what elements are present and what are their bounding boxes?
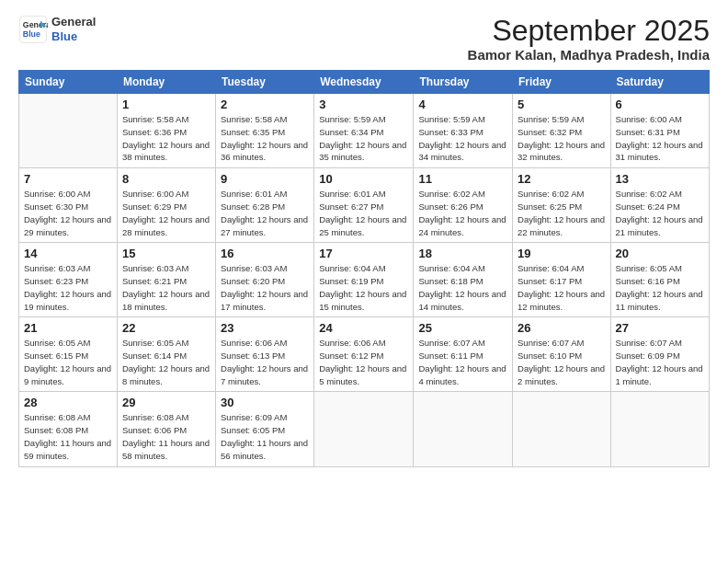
day-number: 14 — [24, 247, 112, 260]
title-block: September 2025 Bamor Kalan, Madhya Prade… — [468, 15, 710, 63]
calendar-day-cell — [610, 392, 709, 466]
day-number: 1 — [122, 98, 210, 111]
day-info: Sunrise: 6:08 AM Sunset: 6:08 PM Dayligh… — [24, 411, 112, 462]
day-number: 28 — [24, 396, 112, 409]
day-number: 19 — [518, 247, 606, 260]
calendar-day-cell: 5Sunrise: 5:59 AM Sunset: 6:32 PM Daylig… — [513, 94, 611, 168]
day-header-friday: Friday — [513, 71, 611, 94]
day-number: 15 — [122, 247, 210, 260]
day-number: 20 — [616, 247, 704, 260]
calendar-day-cell: 20Sunrise: 6:05 AM Sunset: 6:16 PM Dayli… — [610, 243, 709, 317]
calendar-day-cell: 2Sunrise: 5:58 AM Sunset: 6:35 PM Daylig… — [216, 94, 314, 168]
day-info: Sunrise: 6:07 AM Sunset: 6:11 PM Dayligh… — [418, 337, 507, 387]
day-info: Sunrise: 6:01 AM Sunset: 6:28 PM Dayligh… — [221, 188, 309, 238]
calendar-day-cell: 11Sunrise: 6:02 AM Sunset: 6:26 PM Dayli… — [414, 168, 513, 243]
day-info: Sunrise: 5:59 AM Sunset: 6:34 PM Dayligh… — [319, 113, 408, 164]
day-info: Sunrise: 6:09 AM Sunset: 6:05 PM Dayligh… — [221, 411, 309, 462]
day-info: Sunrise: 6:03 AM Sunset: 6:21 PM Dayligh… — [122, 262, 210, 313]
month-title: September 2025 — [468, 15, 710, 47]
day-number: 29 — [122, 396, 210, 409]
day-info: Sunrise: 6:06 AM Sunset: 6:13 PM Dayligh… — [221, 337, 309, 387]
calendar-week-row: 14Sunrise: 6:03 AM Sunset: 6:23 PM Dayli… — [19, 243, 710, 317]
day-info: Sunrise: 6:06 AM Sunset: 6:12 PM Dayligh… — [319, 337, 408, 387]
calendar-day-cell: 13Sunrise: 6:02 AM Sunset: 6:24 PM Dayli… — [610, 168, 709, 243]
calendar-day-cell — [414, 392, 513, 466]
day-header-thursday: Thursday — [414, 71, 513, 94]
day-number: 13 — [616, 172, 704, 186]
day-number: 12 — [518, 172, 606, 186]
day-info: Sunrise: 6:05 AM Sunset: 6:16 PM Dayligh… — [616, 262, 704, 313]
calendar-day-cell: 22Sunrise: 6:05 AM Sunset: 6:14 PM Dayli… — [117, 317, 215, 392]
day-info: Sunrise: 6:08 AM Sunset: 6:06 PM Dayligh… — [122, 411, 210, 462]
day-number: 18 — [418, 247, 507, 260]
calendar-day-cell: 9Sunrise: 6:01 AM Sunset: 6:28 PM Daylig… — [216, 168, 314, 243]
calendar-day-cell — [513, 392, 611, 466]
calendar-day-cell: 25Sunrise: 6:07 AM Sunset: 6:11 PM Dayli… — [414, 317, 513, 392]
header: General Blue General Blue September 2025… — [18, 15, 710, 63]
calendar-week-row: 21Sunrise: 6:05 AM Sunset: 6:15 PM Dayli… — [19, 317, 710, 392]
calendar-day-cell: 18Sunrise: 6:04 AM Sunset: 6:18 PM Dayli… — [414, 243, 513, 317]
day-info: Sunrise: 6:05 AM Sunset: 6:14 PM Dayligh… — [122, 337, 210, 387]
day-number: 9 — [221, 172, 309, 186]
logo-icon: General Blue — [18, 15, 48, 44]
calendar-day-cell — [19, 94, 118, 168]
day-info: Sunrise: 6:02 AM Sunset: 6:25 PM Dayligh… — [518, 188, 606, 238]
day-number: 16 — [221, 247, 309, 260]
day-info: Sunrise: 6:03 AM Sunset: 6:20 PM Dayligh… — [221, 262, 309, 313]
day-info: Sunrise: 5:59 AM Sunset: 6:33 PM Dayligh… — [418, 113, 507, 164]
calendar-day-cell: 15Sunrise: 6:03 AM Sunset: 6:21 PM Dayli… — [117, 243, 215, 317]
day-info: Sunrise: 6:00 AM Sunset: 6:30 PM Dayligh… — [24, 188, 112, 238]
day-number: 4 — [418, 98, 507, 111]
day-info: Sunrise: 6:04 AM Sunset: 6:17 PM Dayligh… — [518, 262, 606, 313]
day-info: Sunrise: 6:01 AM Sunset: 6:27 PM Dayligh… — [319, 188, 408, 238]
calendar-day-cell: 28Sunrise: 6:08 AM Sunset: 6:08 PM Dayli… — [19, 392, 118, 466]
calendar-day-cell: 14Sunrise: 6:03 AM Sunset: 6:23 PM Dayli… — [19, 243, 118, 317]
svg-text:Blue: Blue — [23, 29, 40, 39]
logo-text: General Blue — [51, 15, 96, 43]
day-header-tuesday: Tuesday — [216, 71, 314, 94]
calendar-week-row: 1Sunrise: 5:58 AM Sunset: 6:36 PM Daylig… — [19, 94, 710, 168]
calendar-day-cell: 29Sunrise: 6:08 AM Sunset: 6:06 PM Dayli… — [117, 392, 215, 466]
location-title: Bamor Kalan, Madhya Pradesh, India — [468, 47, 710, 63]
day-number: 23 — [221, 321, 309, 335]
day-info: Sunrise: 5:59 AM Sunset: 6:32 PM Dayligh… — [518, 113, 606, 164]
day-info: Sunrise: 6:00 AM Sunset: 6:29 PM Dayligh… — [122, 188, 210, 238]
day-number: 22 — [122, 321, 210, 335]
day-number: 27 — [616, 321, 704, 335]
day-number: 3 — [319, 98, 408, 111]
day-header-monday: Monday — [117, 71, 215, 94]
calendar-day-cell: 16Sunrise: 6:03 AM Sunset: 6:20 PM Dayli… — [216, 243, 314, 317]
day-number: 2 — [221, 98, 309, 111]
day-number: 5 — [518, 98, 606, 111]
calendar-week-row: 7Sunrise: 6:00 AM Sunset: 6:30 PM Daylig… — [19, 168, 710, 243]
calendar-day-cell: 3Sunrise: 5:59 AM Sunset: 6:34 PM Daylig… — [314, 94, 414, 168]
day-header-wednesday: Wednesday — [314, 71, 414, 94]
day-info: Sunrise: 6:03 AM Sunset: 6:23 PM Dayligh… — [24, 262, 112, 313]
day-number: 25 — [418, 321, 507, 335]
day-info: Sunrise: 6:05 AM Sunset: 6:15 PM Dayligh… — [24, 337, 112, 387]
calendar-day-cell: 7Sunrise: 6:00 AM Sunset: 6:30 PM Daylig… — [19, 168, 118, 243]
day-number: 30 — [221, 396, 309, 409]
day-info: Sunrise: 6:04 AM Sunset: 6:18 PM Dayligh… — [418, 262, 507, 313]
calendar-day-cell: 24Sunrise: 6:06 AM Sunset: 6:12 PM Dayli… — [314, 317, 414, 392]
day-number: 6 — [616, 98, 704, 111]
day-info: Sunrise: 5:58 AM Sunset: 6:36 PM Dayligh… — [122, 113, 210, 164]
day-info: Sunrise: 6:02 AM Sunset: 6:24 PM Dayligh… — [616, 188, 704, 238]
calendar-day-cell: 19Sunrise: 6:04 AM Sunset: 6:17 PM Dayli… — [513, 243, 611, 317]
day-number: 26 — [518, 321, 606, 335]
day-number: 24 — [319, 321, 408, 335]
calendar-day-cell: 12Sunrise: 6:02 AM Sunset: 6:25 PM Dayli… — [513, 168, 611, 243]
day-info: Sunrise: 5:58 AM Sunset: 6:35 PM Dayligh… — [221, 113, 309, 164]
logo: General Blue General Blue — [18, 15, 96, 44]
calendar-day-cell: 23Sunrise: 6:06 AM Sunset: 6:13 PM Dayli… — [216, 317, 314, 392]
day-info: Sunrise: 6:07 AM Sunset: 6:10 PM Dayligh… — [518, 337, 606, 387]
calendar-table: SundayMondayTuesdayWednesdayThursdayFrid… — [18, 70, 710, 466]
calendar-day-cell: 17Sunrise: 6:04 AM Sunset: 6:19 PM Dayli… — [314, 243, 414, 317]
day-header-sunday: Sunday — [19, 71, 118, 94]
day-number: 11 — [418, 172, 507, 186]
calendar-week-row: 28Sunrise: 6:08 AM Sunset: 6:08 PM Dayli… — [19, 392, 710, 466]
calendar-day-cell: 10Sunrise: 6:01 AM Sunset: 6:27 PM Dayli… — [314, 168, 414, 243]
calendar-day-cell: 26Sunrise: 6:07 AM Sunset: 6:10 PM Dayli… — [513, 317, 611, 392]
day-info: Sunrise: 6:02 AM Sunset: 6:26 PM Dayligh… — [418, 188, 507, 238]
day-number: 7 — [24, 172, 112, 186]
